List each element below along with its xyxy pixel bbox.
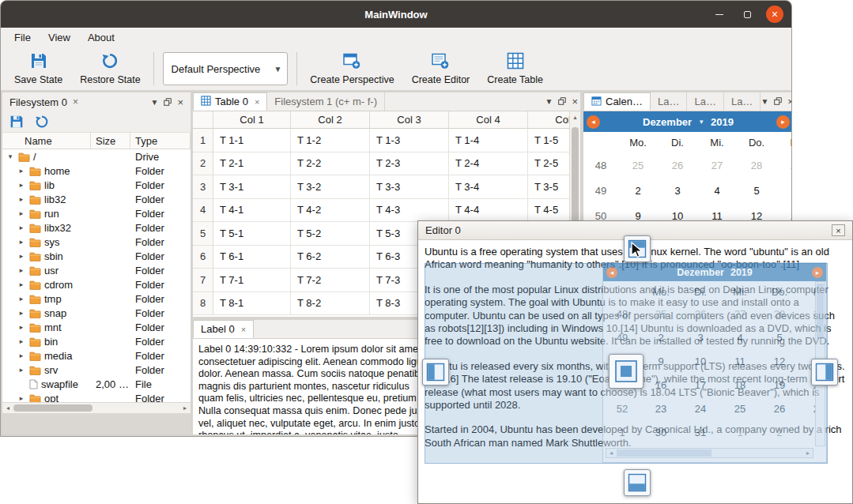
maximize-button[interactable] [738, 6, 756, 23]
expander-icon[interactable]: ▸ [17, 337, 26, 345]
row-number[interactable]: 7 [193, 269, 213, 292]
filesystem-row[interactable]: ▸tmpFolder [2, 291, 191, 306]
dock-indicator-left[interactable] [422, 359, 449, 386]
tab-label-3[interactable]: La… [724, 92, 761, 111]
row-number[interactable]: 3 [193, 175, 213, 199]
filesystem-row[interactable]: ▸sbinFolder [2, 249, 191, 263]
scroll-left-icon[interactable]: ◂ [2, 403, 13, 413]
table-column-header[interactable]: Col 3 [370, 111, 449, 129]
expander-icon[interactable]: ▸ [17, 394, 26, 402]
table-cell[interactable]: T 7-1 [213, 269, 291, 292]
save-icon[interactable] [8, 113, 25, 130]
table-cell[interactable]: T 6-2 [291, 246, 370, 269]
calendar-day-cell[interactable]: 6 [776, 185, 791, 197]
calendar-day-cell[interactable]: 2 [618, 185, 658, 197]
filesystem-row[interactable]: ▸binFolder [2, 334, 191, 348]
tab-label-1[interactable]: La… [651, 92, 687, 111]
expander-icon[interactable]: ▸ [17, 167, 26, 175]
create-editor-button[interactable]: Create Editor [403, 50, 479, 88]
table-cell[interactable]: T 1-1 [213, 129, 291, 152]
table-column-header[interactable]: Col 4 [449, 111, 528, 129]
table-cell[interactable]: T 3-1 [213, 175, 291, 199]
filesystem-row[interactable]: ▸mntFolder [2, 320, 191, 334]
calendar-day-cell[interactable]: 25 [618, 160, 658, 171]
filesystem-row[interactable]: ▸srvFolder [2, 363, 191, 377]
row-number[interactable]: 1 [193, 129, 213, 152]
row-number[interactable]: 8 [193, 292, 213, 316]
filesystem-panel-header[interactable]: Filesystem 0 × ▼ × [2, 92, 191, 111]
filesystem-row[interactable]: ▸optFolder [2, 391, 191, 402]
expander-icon[interactable]: ▸ [17, 252, 26, 260]
scroll-up-icon[interactable]: ▴ [570, 111, 580, 122]
save-state-button[interactable]: Save State [6, 50, 71, 88]
prev-month-button[interactable]: ◂ [587, 115, 600, 129]
table-cell[interactable]: T 2-4 [449, 152, 528, 176]
expander-icon[interactable]: ▸ [17, 266, 26, 274]
tab-label-2[interactable]: La… [687, 92, 723, 111]
expander-icon[interactable]: ▸ [17, 195, 26, 203]
table-cell[interactable]: T 8-1 [213, 292, 291, 316]
table-cell[interactable]: T 4-3 [370, 199, 449, 223]
table-cell[interactable]: T 4-1 [213, 199, 291, 223]
tab-list-icon[interactable]: ▼ [545, 97, 553, 106]
table-cell[interactable]: T 4-4 [449, 199, 528, 223]
expander-icon[interactable]: ▸ [17, 352, 26, 359]
close-icon[interactable]: × [787, 96, 791, 107]
month-label[interactable]: Dezember [643, 116, 692, 128]
filesystem-row[interactable]: ▸libFolder [2, 178, 191, 192]
filesystem-row[interactable]: ▾/Drive [2, 149, 191, 164]
filesystem-row[interactable]: ▸homeFolder [2, 164, 191, 178]
tab-filesystem-1[interactable]: Filesystem 1 (c+ m- f-) [267, 92, 385, 111]
table-column-header[interactable]: Col 1 [213, 111, 291, 129]
table-cell[interactable]: T 3-3 [370, 175, 449, 199]
table-cell[interactable]: T 2-3 [370, 152, 449, 176]
create-perspective-button[interactable]: Create Perspective [301, 50, 402, 88]
filesystem-row[interactable]: swapfile2,00 …File [2, 377, 191, 391]
titlebar[interactable]: MainWindow × [1, 1, 791, 28]
table-cell[interactable]: T 1-2 [291, 129, 370, 152]
close-icon[interactable]: × [572, 96, 578, 107]
row-number[interactable]: 6 [193, 246, 213, 269]
next-month-button[interactable]: ▸ [776, 115, 790, 129]
calendar-day-cell[interactable]: 27 [697, 160, 737, 171]
expander-icon[interactable]: ▸ [17, 309, 26, 317]
menu-view[interactable]: View [40, 29, 79, 46]
tab-list-icon[interactable]: ▼ [151, 98, 159, 107]
expander-icon[interactable]: ▾ [6, 152, 15, 160]
expander-icon[interactable]: ▸ [17, 224, 26, 231]
float-icon[interactable] [164, 96, 172, 108]
restore-state-button[interactable]: Restore State [71, 50, 149, 88]
scroll-right-icon[interactable]: ▸ [179, 403, 191, 413]
table-column-header[interactable]: Col 2 [291, 111, 370, 129]
row-number[interactable]: 2 [193, 152, 213, 176]
row-number[interactable]: 4 [193, 199, 213, 223]
table-cell[interactable]: T 5-1 [213, 222, 291, 246]
tab-table-0[interactable]: Table 0 × [193, 92, 267, 111]
table-cell[interactable]: T 7-2 [291, 269, 370, 292]
filesystem-row[interactable]: ▸usrFolder [2, 263, 191, 277]
table-cell[interactable]: T 3-2 [291, 175, 370, 199]
filesystem-row[interactable]: ▸cdromFolder [2, 277, 191, 291]
float-icon[interactable] [774, 96, 782, 107]
table-cell[interactable]: T 6-1 [213, 246, 291, 269]
filesystem-row[interactable]: ▸lib32Folder [2, 192, 191, 206]
expander-icon[interactable]: ▸ [17, 295, 26, 303]
filesystem-row[interactable]: ▸snapFolder [2, 306, 191, 320]
table-cell[interactable]: T 4-2 [291, 199, 370, 223]
expander-icon[interactable]: ▸ [17, 209, 26, 217]
tab-list-icon[interactable]: ▼ [761, 97, 768, 106]
minimize-button[interactable] [711, 6, 728, 23]
filesystem-row[interactable]: ▸mediaFolder [2, 348, 191, 363]
expander-icon[interactable]: ▸ [17, 366, 26, 374]
calendar-day-cell[interactable]: 29 [776, 160, 791, 171]
perspective-select[interactable]: Default Perspective ▼ [163, 52, 289, 85]
calendar-day-cell[interactable]: 3 [658, 185, 697, 197]
table-cell[interactable]: T 2-2 [291, 152, 370, 176]
table-cell[interactable]: T 5-2 [291, 222, 370, 246]
tab-label-0[interactable]: Label 0 × [193, 320, 254, 338]
scrollbar-thumb[interactable] [13, 404, 92, 412]
table-cell[interactable]: T 8-2 [291, 292, 370, 316]
expander-icon[interactable]: ▸ [17, 323, 26, 331]
tab-calendar[interactable]: Calen… [583, 92, 651, 111]
filesystem-row[interactable]: ▸libx32Folder [2, 220, 191, 235]
